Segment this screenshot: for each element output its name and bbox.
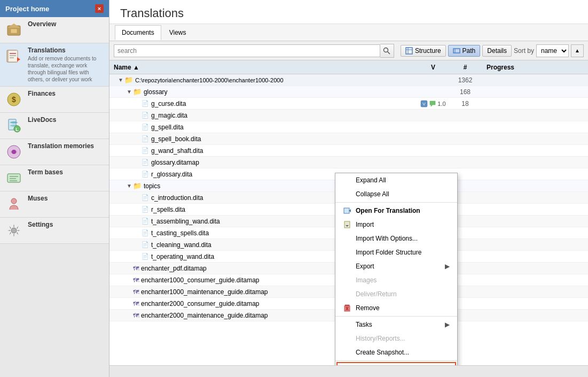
details-button[interactable]: Details [482, 45, 512, 57]
ctx-import-with-options[interactable]: Import With Options... [335, 232, 457, 245]
svg-rect-16 [7, 174, 20, 182]
table-row[interactable]: ▼ 📁 C:\repozytoria\enchanter1000-2000\en… [109, 74, 588, 86]
sidebar: Project home × Overview [0, 0, 109, 377]
livedocs-text: LiveDocs [28, 116, 56, 124]
sort-area: Details Sort by name date size ▲ [482, 44, 584, 57]
map-file-icon: 🗺 [133, 277, 139, 283]
svg-rect-27 [453, 49, 460, 53]
table-row[interactable]: ▼ 📁 glossary 168 [109, 86, 588, 98]
expand-arrow[interactable]: ▼ [118, 77, 123, 83]
ctx-label: Tasks [356, 321, 372, 328]
map-file-icon: 🗺 [133, 289, 139, 295]
open-translation-icon [343, 206, 351, 215]
tree-header: Name ▲ V # Progress [109, 60, 588, 74]
muses-label: Muses [28, 195, 48, 202]
table-row[interactable]: 📄 g_spell_book.dita [109, 133, 588, 145]
map-file-icon: 🗺 [133, 265, 139, 272]
main-content: Translations Documents Views Structure [109, 0, 588, 377]
expand-all-icon [343, 176, 351, 184]
expand-arrow[interactable]: ▼ [127, 89, 132, 95]
livedocs-label: LiveDocs [28, 116, 56, 124]
sidebar-header: Project home × [0, 0, 109, 17]
structure-icon [405, 47, 413, 55]
svg-point-22 [384, 48, 388, 52]
deliver-icon [343, 290, 351, 298]
row-name: t_operating_wand.dita [151, 253, 214, 260]
path-icon [453, 47, 460, 55]
table-row[interactable]: 📄 g_magic.dita [109, 110, 588, 121]
v-icon: V [420, 100, 428, 107]
map-file-icon: 🗺 [133, 312, 139, 319]
ctx-open-for-translation[interactable]: Open For Translation [335, 204, 457, 218]
sidebar-item-term-bases[interactable]: Term bases [0, 165, 109, 191]
file-tree: Name ▲ V # Progress ▼ 📁 C:\repozytoria\e… [109, 60, 588, 365]
ctx-separator [335, 360, 457, 361]
export-icon [343, 262, 351, 271]
main-title: Translations [109, 0, 588, 24]
row-name: c_introduction.dita [151, 194, 203, 202]
tab-documents[interactable]: Documents [115, 25, 161, 40]
ctx-tasks[interactable]: Tasks ▶ [335, 318, 457, 332]
ctx-expand-all[interactable]: Expand All [335, 173, 457, 187]
sidebar-item-overview[interactable]: Overview [0, 17, 109, 43]
row-hash: 1362 [449, 76, 481, 84]
folder-icon: 📁 [133, 88, 142, 96]
ctx-separator [335, 316, 457, 317]
table-row[interactable]: 📄 g_curse.dita V 1.0 18 [109, 98, 588, 110]
path-label: Path [462, 47, 476, 55]
sidebar-item-muses[interactable]: Muses [0, 191, 109, 218]
table-row[interactable]: 📄 g_spell.dita [109, 121, 588, 133]
col-name-header: Name ▲ [109, 64, 417, 71]
svg-line-23 [388, 51, 390, 54]
path-button[interactable]: Path [448, 45, 481, 57]
svg-text:$: $ [12, 95, 16, 104]
row-name: g_magic.dita [151, 112, 187, 119]
ctx-import[interactable]: Import [335, 218, 457, 232]
search-button[interactable] [380, 44, 394, 58]
row-name: C:\repozytoria\enchanter1000-2000\enchan… [135, 77, 284, 83]
row-name: g_spell.dita [151, 124, 184, 131]
sidebar-close-button[interactable]: × [95, 4, 104, 13]
sidebar-item-settings[interactable]: Settings [0, 218, 109, 244]
expand-arrow[interactable]: ▼ [127, 183, 132, 189]
search-input[interactable] [114, 44, 380, 57]
termbases-label: Term bases [28, 168, 63, 176]
sidebar-item-translations[interactable]: Translations Add or remove documents to … [0, 43, 109, 87]
ctx-export[interactable]: Export ▶ [335, 259, 457, 273]
termbases-text: Term bases [28, 168, 63, 176]
sidebar-item-translation-memories[interactable]: Translation memories [0, 139, 109, 165]
context-menu: Expand All Collapse All Open For Transla… [335, 173, 458, 365]
ctx-label: Remove [356, 304, 380, 312]
row-name: enchanter1000_consumer_guide.ditamap [141, 276, 260, 284]
row-name: t_casting_spells.dita [151, 229, 209, 237]
translations-label: Translations [28, 47, 105, 54]
ctx-add-to-livedocs[interactable]: L Add To LiveDocs [336, 362, 456, 365]
import-icon [343, 220, 351, 229]
row-name: g_wand_shaft.dita [151, 147, 203, 155]
row-v: V 1.0 [417, 100, 449, 107]
ctx-import-folder-structure[interactable]: Import Folder Structure [335, 245, 457, 259]
svg-rect-31 [344, 208, 349, 213]
file-icon: 📄 [142, 229, 149, 236]
row-name: glossary.ditamap [151, 159, 199, 166]
sidebar-item-livedocs[interactable]: L LiveDocs [0, 113, 109, 139]
ctx-label: Import Folder Structure [356, 249, 421, 256]
sort-label: Sort by [514, 47, 534, 55]
svg-point-21 [11, 228, 17, 233]
tab-views[interactable]: Views [162, 25, 193, 40]
file-icon: 📄 [142, 124, 149, 130]
details-label: Details [487, 47, 507, 55]
ctx-remove[interactable]: Remove [335, 301, 457, 315]
table-row[interactable]: 📄 g_wand_shaft.dita [109, 145, 588, 157]
ctx-collapse-all[interactable]: Collapse All [335, 187, 457, 201]
tab-bar: Documents Views [109, 24, 588, 41]
sidebar-item-finances[interactable]: $ Finances [0, 87, 109, 113]
ctx-create-snapshot[interactable]: Create Snapshot... [335, 345, 457, 359]
history-icon [343, 334, 351, 343]
table-row[interactable]: 📄 glossary.ditamap [109, 157, 588, 168]
svg-rect-4 [8, 50, 18, 62]
structure-button[interactable]: Structure [401, 45, 446, 57]
sort-order-button[interactable]: ▲ [571, 44, 584, 57]
sidebar-title: Project home [5, 5, 49, 13]
sort-select[interactable]: name date size [536, 44, 569, 57]
